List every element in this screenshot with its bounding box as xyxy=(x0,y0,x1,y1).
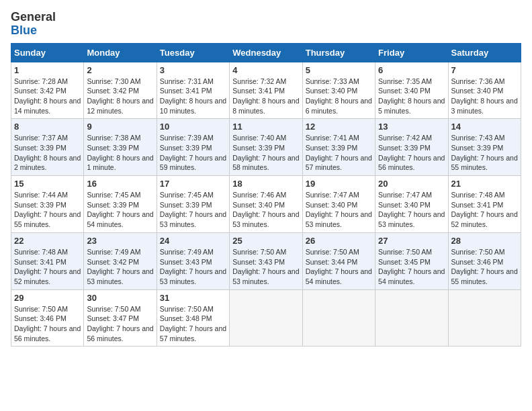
calendar-cell: 20Sunrise: 7:47 AMSunset: 3:40 PMDayligh… xyxy=(375,176,448,233)
day-info: Sunrise: 7:50 AMSunset: 3:44 PMDaylight:… xyxy=(306,247,372,287)
day-number: 19 xyxy=(306,179,372,189)
day-info: Sunrise: 7:42 AMSunset: 3:39 PMDaylight:… xyxy=(378,133,445,173)
calendar-cell: 1Sunrise: 7:28 AMSunset: 3:42 PMDaylight… xyxy=(11,62,84,119)
calendar-cell: 3Sunrise: 7:31 AMSunset: 3:41 PMDaylight… xyxy=(157,62,229,119)
calendar-cell: 14Sunrise: 7:43 AMSunset: 3:39 PMDayligh… xyxy=(448,119,521,176)
calendar-cell: 2Sunrise: 7:30 AMSunset: 3:42 PMDaylight… xyxy=(84,62,157,119)
day-number: 1 xyxy=(14,65,81,75)
calendar-cell: 27Sunrise: 7:50 AMSunset: 3:45 PMDayligh… xyxy=(375,232,448,289)
calendar-cell: 28Sunrise: 7:50 AMSunset: 3:46 PMDayligh… xyxy=(448,232,521,289)
calendar-cell: 26Sunrise: 7:50 AMSunset: 3:44 PMDayligh… xyxy=(302,232,375,289)
day-number: 27 xyxy=(378,236,445,246)
day-info: Sunrise: 7:39 AMSunset: 3:39 PMDaylight:… xyxy=(160,133,226,173)
weekday-header: Friday xyxy=(375,43,448,62)
weekday-header: Saturday xyxy=(448,43,521,62)
calendar-cell: 19Sunrise: 7:47 AMSunset: 3:40 PMDayligh… xyxy=(302,176,375,233)
weekday-header: Tuesday xyxy=(157,43,229,62)
day-info: Sunrise: 7:47 AMSunset: 3:40 PMDaylight:… xyxy=(378,190,445,230)
logo: General Blue xyxy=(11,11,56,38)
day-number: 13 xyxy=(378,122,445,132)
calendar-week-row: 22Sunrise: 7:48 AMSunset: 3:41 PMDayligh… xyxy=(11,232,521,289)
day-number: 4 xyxy=(232,65,299,75)
day-info: Sunrise: 7:50 AMSunset: 3:46 PMDaylight:… xyxy=(451,247,518,287)
weekday-header: Sunday xyxy=(11,43,84,62)
calendar-week-row: 29Sunrise: 7:50 AMSunset: 3:46 PMDayligh… xyxy=(11,289,521,347)
day-number: 15 xyxy=(14,179,81,189)
calendar-cell: 24Sunrise: 7:49 AMSunset: 3:43 PMDayligh… xyxy=(157,232,229,289)
day-info: Sunrise: 7:32 AMSunset: 3:41 PMDaylight:… xyxy=(232,77,299,116)
day-info: Sunrise: 7:37 AMSunset: 3:39 PMDaylight:… xyxy=(14,133,81,173)
day-info: Sunrise: 7:49 AMSunset: 3:42 PMDaylight:… xyxy=(87,247,153,287)
calendar-cell: 17Sunrise: 7:45 AMSunset: 3:39 PMDayligh… xyxy=(157,176,229,233)
day-info: Sunrise: 7:45 AMSunset: 3:39 PMDaylight:… xyxy=(87,190,153,230)
day-info: Sunrise: 7:44 AMSunset: 3:39 PMDaylight:… xyxy=(14,190,81,230)
day-number: 22 xyxy=(14,236,81,246)
day-info: Sunrise: 7:49 AMSunset: 3:43 PMDaylight:… xyxy=(160,247,226,287)
day-info: Sunrise: 7:33 AMSunset: 3:40 PMDaylight:… xyxy=(306,77,372,116)
calendar-week-row: 1Sunrise: 7:28 AMSunset: 3:42 PMDaylight… xyxy=(11,62,521,119)
day-number: 8 xyxy=(14,122,81,132)
calendar-cell: 7Sunrise: 7:36 AMSunset: 3:40 PMDaylight… xyxy=(448,62,521,119)
calendar-cell: 21Sunrise: 7:48 AMSunset: 3:41 PMDayligh… xyxy=(448,176,521,233)
day-info: Sunrise: 7:35 AMSunset: 3:40 PMDaylight:… xyxy=(378,77,445,116)
calendar-cell: 18Sunrise: 7:46 AMSunset: 3:40 PMDayligh… xyxy=(230,176,302,233)
day-info: Sunrise: 7:40 AMSunset: 3:39 PMDaylight:… xyxy=(232,133,299,173)
day-info: Sunrise: 7:50 AMSunset: 3:45 PMDaylight:… xyxy=(378,247,445,287)
day-info: Sunrise: 7:43 AMSunset: 3:39 PMDaylight:… xyxy=(451,133,518,173)
day-info: Sunrise: 7:47 AMSunset: 3:40 PMDaylight:… xyxy=(306,190,372,230)
calendar-cell: 13Sunrise: 7:42 AMSunset: 3:39 PMDayligh… xyxy=(375,119,448,176)
calendar-cell: 4Sunrise: 7:32 AMSunset: 3:41 PMDaylight… xyxy=(230,62,302,119)
day-info: Sunrise: 7:30 AMSunset: 3:42 PMDaylight:… xyxy=(87,77,153,116)
day-number: 23 xyxy=(87,236,153,246)
day-number: 24 xyxy=(160,236,226,246)
calendar-table: SundayMondayTuesdayWednesdayThursdayFrid… xyxy=(11,43,521,347)
day-info: Sunrise: 7:50 AMSunset: 3:48 PMDaylight:… xyxy=(160,304,226,344)
calendar-cell: 25Sunrise: 7:50 AMSunset: 3:43 PMDayligh… xyxy=(230,232,302,289)
day-info: Sunrise: 7:48 AMSunset: 3:41 PMDaylight:… xyxy=(14,247,81,287)
day-number: 14 xyxy=(451,122,518,132)
day-number: 28 xyxy=(451,236,518,246)
day-number: 17 xyxy=(160,179,226,189)
calendar-cell: 9Sunrise: 7:38 AMSunset: 3:39 PMDaylight… xyxy=(84,119,157,176)
weekday-header: Thursday xyxy=(302,43,375,62)
day-number: 10 xyxy=(160,122,226,132)
day-number: 5 xyxy=(306,65,372,75)
calendar-cell xyxy=(302,289,375,347)
calendar-cell xyxy=(230,289,302,347)
day-number: 30 xyxy=(87,293,153,303)
day-info: Sunrise: 7:36 AMSunset: 3:40 PMDaylight:… xyxy=(451,77,518,116)
day-number: 26 xyxy=(306,236,372,246)
calendar-cell: 8Sunrise: 7:37 AMSunset: 3:39 PMDaylight… xyxy=(11,119,84,176)
calendar-week-row: 8Sunrise: 7:37 AMSunset: 3:39 PMDaylight… xyxy=(11,119,521,176)
day-info: Sunrise: 7:28 AMSunset: 3:42 PMDaylight:… xyxy=(14,77,81,116)
weekday-header-row: SundayMondayTuesdayWednesdayThursdayFrid… xyxy=(11,43,521,62)
day-number: 21 xyxy=(451,179,518,189)
day-info: Sunrise: 7:31 AMSunset: 3:41 PMDaylight:… xyxy=(160,77,226,116)
calendar-cell: 23Sunrise: 7:49 AMSunset: 3:42 PMDayligh… xyxy=(84,232,157,289)
day-number: 9 xyxy=(87,122,153,132)
day-info: Sunrise: 7:41 AMSunset: 3:39 PMDaylight:… xyxy=(306,133,372,173)
day-number: 11 xyxy=(232,122,299,132)
calendar-cell: 12Sunrise: 7:41 AMSunset: 3:39 PMDayligh… xyxy=(302,119,375,176)
day-number: 20 xyxy=(378,179,445,189)
day-info: Sunrise: 7:38 AMSunset: 3:39 PMDaylight:… xyxy=(87,133,153,173)
day-info: Sunrise: 7:48 AMSunset: 3:41 PMDaylight:… xyxy=(451,190,518,230)
calendar-cell: 15Sunrise: 7:44 AMSunset: 3:39 PMDayligh… xyxy=(11,176,84,233)
day-info: Sunrise: 7:45 AMSunset: 3:39 PMDaylight:… xyxy=(160,190,226,230)
calendar-cell xyxy=(375,289,448,347)
calendar-cell: 11Sunrise: 7:40 AMSunset: 3:39 PMDayligh… xyxy=(230,119,302,176)
day-info: Sunrise: 7:50 AMSunset: 3:43 PMDaylight:… xyxy=(232,247,299,287)
calendar-cell: 10Sunrise: 7:39 AMSunset: 3:39 PMDayligh… xyxy=(157,119,229,176)
page-header: General Blue xyxy=(11,11,521,38)
day-number: 3 xyxy=(160,65,226,75)
calendar-cell xyxy=(448,289,521,347)
day-number: 25 xyxy=(232,236,299,246)
day-info: Sunrise: 7:50 AMSunset: 3:46 PMDaylight:… xyxy=(14,304,81,344)
day-number: 18 xyxy=(232,179,299,189)
calendar-cell: 30Sunrise: 7:50 AMSunset: 3:47 PMDayligh… xyxy=(84,289,157,347)
calendar-cell: 16Sunrise: 7:45 AMSunset: 3:39 PMDayligh… xyxy=(84,176,157,233)
logo-text: General Blue xyxy=(11,11,56,38)
calendar-cell: 6Sunrise: 7:35 AMSunset: 3:40 PMDaylight… xyxy=(375,62,448,119)
day-number: 12 xyxy=(306,122,372,132)
calendar-cell: 29Sunrise: 7:50 AMSunset: 3:46 PMDayligh… xyxy=(11,289,84,347)
